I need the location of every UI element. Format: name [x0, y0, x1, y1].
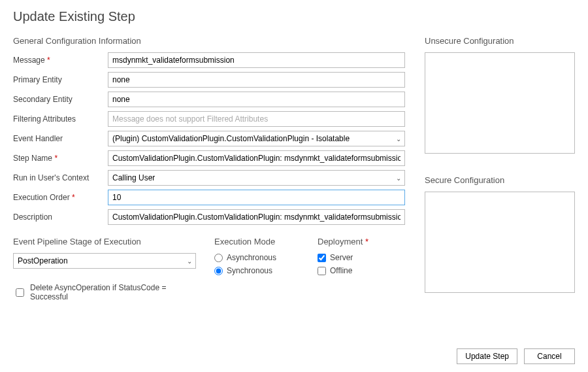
message-label: Message *: [13, 56, 108, 65]
description-label: Description: [13, 212, 108, 222]
secondary-entity-input[interactable]: [108, 92, 405, 107]
exec-order-input[interactable]: [108, 190, 405, 205]
update-step-button[interactable]: Update Step: [457, 348, 517, 364]
server-label: Server: [330, 253, 353, 262]
run-context-select[interactable]: [108, 170, 405, 186]
step-name-label: Step Name *: [13, 154, 108, 163]
delete-async-label: Delete AsyncOperation if StatusCode = Su…: [30, 283, 196, 301]
offline-label: Offline: [330, 266, 352, 275]
run-context-label: Run in User's Context: [13, 173, 108, 182]
event-handler-label: Event Handler: [13, 134, 108, 143]
general-heading: General Configuration Information: [13, 36, 405, 46]
offline-checkbox[interactable]: [318, 267, 326, 275]
primary-entity-label: Primary Entity: [13, 75, 108, 84]
description-input[interactable]: [108, 209, 405, 225]
pipeline-heading: Event Pipeline Stage of Execution: [13, 237, 196, 246]
page-title: Update Existing Step: [13, 9, 575, 24]
pipeline-select[interactable]: [13, 253, 196, 269]
step-name-input[interactable]: [108, 150, 405, 166]
delete-async-checkbox[interactable]: [16, 288, 24, 297]
cancel-button[interactable]: Cancel: [524, 348, 575, 364]
sync-radio[interactable]: [214, 267, 223, 275]
async-radio[interactable]: [214, 254, 223, 262]
async-label: Asynchronous: [227, 253, 276, 262]
server-checkbox[interactable]: [318, 254, 326, 262]
unsecure-heading: Unsecure Configuration: [425, 36, 575, 46]
unsecure-config-textarea[interactable]: [425, 52, 575, 154]
exec-order-label: Execution Order *: [13, 193, 108, 202]
primary-entity-input[interactable]: [108, 72, 405, 88]
filtering-label: Filtering Attributes: [13, 114, 108, 124]
event-handler-select[interactable]: [108, 131, 405, 146]
message-input[interactable]: [108, 52, 405, 68]
secure-heading: Secure Configuration: [425, 175, 575, 185]
secondary-entity-label: Secondary Entity: [13, 95, 108, 104]
filtering-input: [108, 111, 405, 127]
deployment-heading: Deployment *: [318, 237, 402, 246]
secure-config-textarea[interactable]: [425, 192, 575, 293]
sync-label: Synchronous: [227, 266, 272, 275]
exec-mode-heading: Execution Mode: [214, 237, 299, 246]
